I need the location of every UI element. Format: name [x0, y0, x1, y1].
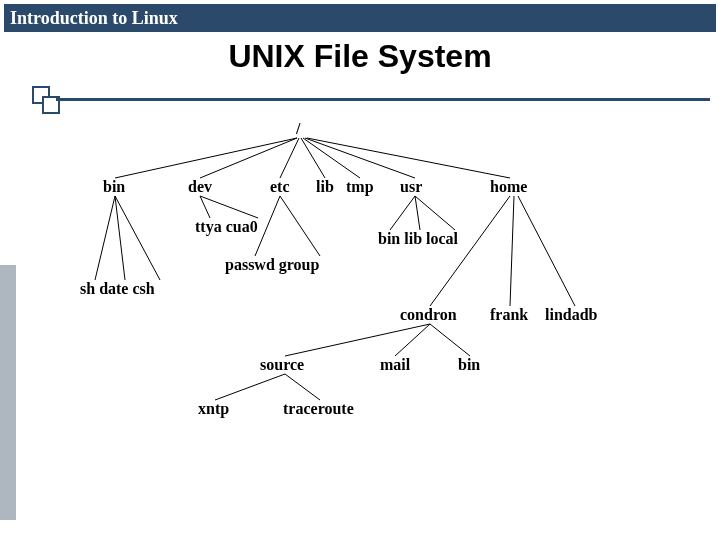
node-xntp: xntp — [198, 400, 229, 418]
node-lib: lib — [316, 178, 334, 196]
svg-line-15 — [415, 196, 420, 230]
node-frank: frank — [490, 306, 528, 324]
node-etc-children: passwd group — [225, 256, 319, 274]
svg-line-20 — [285, 324, 430, 356]
node-bin-children: sh date csh — [80, 280, 155, 298]
node-condron-bin: bin — [458, 356, 480, 374]
svg-line-12 — [255, 196, 280, 256]
filesystem-tree-diagram: / bin dev etc lib tmp usr home sh date c… — [0, 0, 720, 540]
node-mail: mail — [380, 356, 410, 374]
node-usr-children: bin lib local — [378, 230, 458, 248]
node-root: / — [296, 120, 300, 138]
node-bin: bin — [103, 178, 125, 196]
node-condron: condron — [400, 306, 457, 324]
svg-line-22 — [430, 324, 470, 356]
node-lindadb: lindadb — [545, 306, 597, 324]
node-tmp: tmp — [346, 178, 374, 196]
svg-line-19 — [518, 196, 575, 306]
svg-line-8 — [115, 196, 125, 280]
svg-line-23 — [215, 374, 285, 400]
svg-line-17 — [430, 196, 510, 306]
svg-line-14 — [390, 196, 415, 230]
node-traceroute: traceroute — [283, 400, 354, 418]
node-usr: usr — [400, 178, 422, 196]
svg-line-13 — [280, 196, 320, 256]
node-home: home — [490, 178, 527, 196]
node-dev-children: ttya cua0 — [195, 218, 258, 236]
svg-line-0 — [115, 138, 297, 178]
node-source: source — [260, 356, 304, 374]
tree-lines — [0, 0, 720, 540]
node-dev: dev — [188, 178, 212, 196]
node-etc: etc — [270, 178, 290, 196]
svg-line-9 — [115, 196, 160, 280]
svg-line-21 — [395, 324, 430, 356]
svg-line-16 — [415, 196, 455, 230]
svg-line-18 — [510, 196, 514, 306]
svg-line-6 — [307, 138, 510, 178]
svg-line-24 — [285, 374, 320, 400]
svg-line-7 — [95, 196, 115, 280]
svg-line-4 — [303, 138, 360, 178]
